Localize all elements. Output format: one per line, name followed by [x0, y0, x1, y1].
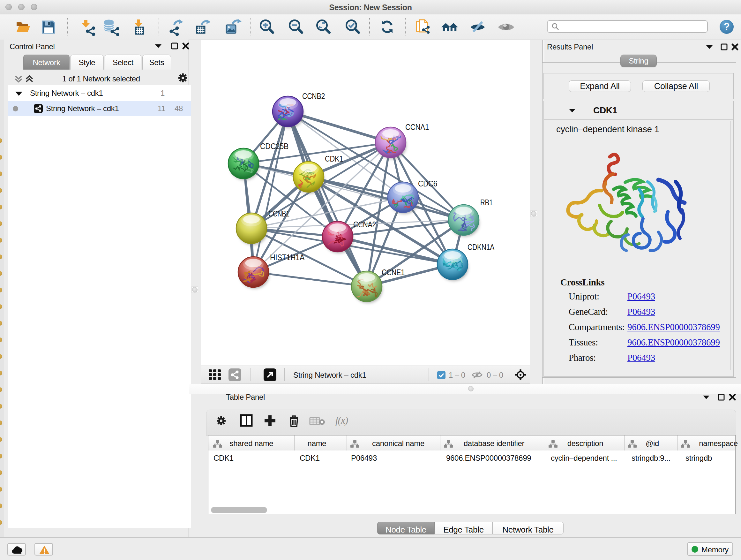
- svg-text:CCNA2: CCNA2: [353, 220, 376, 229]
- svg-text:CDKN1A: CDKN1A: [468, 242, 495, 252]
- svg-text:CCNA1: CCNA1: [405, 122, 429, 132]
- svg-text:RB1: RB1: [480, 198, 493, 207]
- svg-text:HIST1H1A: HIST1H1A: [270, 253, 305, 262]
- svg-text:CCNB2: CCNB2: [302, 91, 325, 101]
- svg-text:CDC6: CDC6: [418, 179, 437, 188]
- svg-text:CDK1: CDK1: [325, 154, 343, 164]
- svg-text:CCNE1: CCNE1: [382, 267, 405, 277]
- svg-text:CCNB1: CCNB1: [268, 209, 289, 219]
- svg-text:CDC25B: CDC25B: [260, 141, 288, 151]
